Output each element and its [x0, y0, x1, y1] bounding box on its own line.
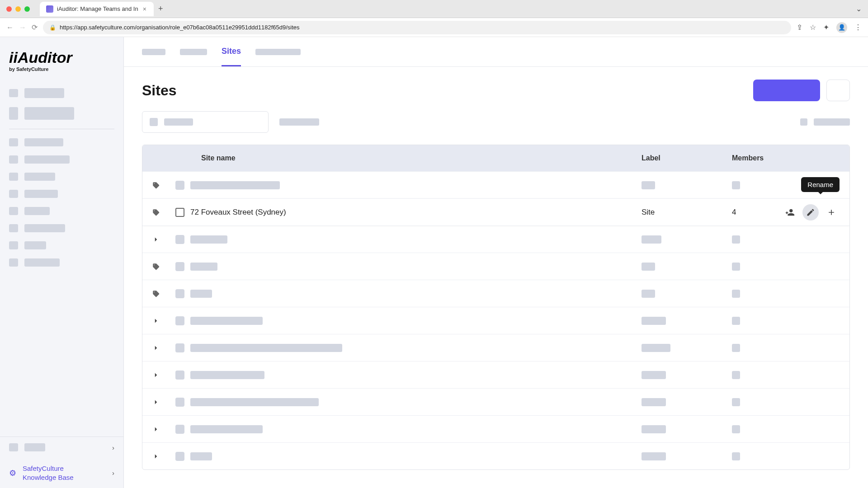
chevron-right-icon[interactable] [142, 344, 170, 352]
sites-table: Site name Label Members 72 Foveaux St [142, 145, 850, 470]
table-header: Site name Label Members [142, 145, 849, 171]
add-button[interactable] [823, 204, 840, 221]
table-row[interactable] [142, 361, 849, 388]
sidebar-footer-item[interactable]: › [0, 437, 123, 458]
divider [9, 129, 114, 129]
chevron-right-icon[interactable] [142, 371, 170, 379]
filter-label[interactable] [814, 118, 850, 126]
table-row[interactable] [142, 171, 849, 198]
tag-icon [142, 181, 170, 189]
content-tab[interactable] [142, 49, 165, 55]
add-member-button[interactable] [782, 204, 798, 221]
filters-row [124, 105, 868, 145]
tabs-menu-chevron[interactable]: ⌄ [856, 5, 862, 13]
browser-window-chrome: iAuditor: Manage Teams and In × + ⌄ [0, 0, 868, 18]
tab-sites[interactable]: Sites [222, 47, 241, 66]
th-label[interactable]: Label [642, 154, 732, 162]
browser-tab[interactable]: iAuditor: Manage Teams and In × [40, 2, 154, 16]
logo-subtext: by SafetyCulture [9, 66, 114, 72]
tab-title: iAuditor: Manage Teams and In [57, 5, 138, 12]
extensions-icon[interactable]: ✦ [823, 23, 829, 32]
bookmark-icon[interactable]: ☆ [810, 23, 816, 32]
sidebar-item[interactable] [5, 103, 118, 124]
address-bar[interactable]: 🔒 https://app.safetyculture.com/organisa… [43, 21, 791, 34]
sidebar-nav [0, 81, 123, 274]
sidebar-item[interactable] [5, 202, 118, 220]
lock-icon: 🔒 [49, 24, 56, 31]
site-label-cell: Site [642, 208, 732, 217]
sidebar-item[interactable] [5, 254, 118, 271]
row-checkbox[interactable] [175, 208, 184, 217]
filter-item[interactable] [279, 118, 319, 126]
filter-icon[interactable] [800, 118, 807, 126]
th-site-name[interactable]: Site name [170, 154, 642, 162]
sidebar: iiAuditor by SafetyCulture › ⚙ S [0, 37, 124, 488]
browser-menu-icon[interactable]: ⋮ [854, 23, 862, 32]
chevron-right-icon: › [112, 444, 114, 451]
sidebar-item[interactable] [5, 134, 118, 151]
kb-label: SafetyCulture Knowledge Base [23, 464, 74, 482]
chevron-right-icon[interactable] [142, 398, 170, 406]
url-text: https://app.safetyculture.com/organisati… [60, 24, 300, 31]
table-row[interactable] [142, 442, 849, 469]
tag-icon [142, 290, 170, 298]
sidebar-footer: › ⚙ SafetyCulture Knowledge Base › [0, 436, 123, 488]
share-icon[interactable]: ⇪ [797, 23, 802, 32]
tab-favicon [46, 5, 53, 13]
maximize-window[interactable] [24, 6, 30, 12]
rename-button[interactable] [802, 204, 819, 221]
table-row[interactable] [142, 280, 849, 307]
browser-toolbar: ← → ⟳ 🔒 https://app.safetyculture.com/or… [0, 18, 868, 37]
gear-icon: ⚙ [9, 468, 16, 478]
page-header: Sites [124, 67, 868, 105]
forward-button[interactable]: → [19, 23, 26, 32]
sidebar-item[interactable] [5, 237, 118, 254]
th-members[interactable]: Members [732, 154, 849, 162]
search-input[interactable] [142, 111, 269, 133]
sidebar-item[interactable] [5, 220, 118, 237]
profile-icon[interactable]: 👤 [836, 22, 847, 33]
table-row[interactable] [142, 388, 849, 415]
primary-action-button[interactable] [753, 80, 820, 101]
row-actions [782, 204, 840, 221]
tag-icon [142, 208, 170, 216]
table-row[interactable] [142, 415, 849, 442]
sidebar-item[interactable] [5, 151, 118, 168]
new-tab-button[interactable]: + [158, 4, 163, 14]
sidebar-item[interactable] [5, 185, 118, 202]
chevron-right-icon: › [112, 469, 114, 477]
back-button[interactable]: ← [6, 23, 14, 32]
minimize-window[interactable] [15, 6, 21, 12]
chevron-right-icon[interactable] [142, 235, 170, 244]
table-row[interactable] [142, 225, 849, 253]
table-row[interactable] [142, 253, 849, 280]
sidebar-item[interactable] [5, 84, 118, 103]
close-window[interactable] [6, 6, 12, 12]
content-tab[interactable] [180, 49, 207, 55]
site-name-cell: 72 Foveaux Street (Sydney) [190, 208, 642, 217]
content-tab[interactable] [255, 49, 301, 55]
traffic-lights [6, 6, 30, 12]
tag-icon [142, 263, 170, 271]
main-content: Sites Sites Si [124, 37, 868, 488]
logo-text: iAuditor [13, 49, 72, 66]
browser-actions: ⇪ ☆ ✦ 👤 ⋮ [797, 22, 862, 33]
page-title: Sites [142, 82, 176, 99]
content-tabs: Sites [124, 37, 868, 67]
sidebar-knowledge-base[interactable]: ⚙ SafetyCulture Knowledge Base › [0, 458, 123, 488]
chevron-right-icon[interactable] [142, 317, 170, 325]
table-row[interactable] [142, 307, 849, 334]
rename-tooltip: Rename [801, 177, 840, 192]
chevron-right-icon[interactable] [142, 452, 170, 460]
reload-button[interactable]: ⟳ [32, 23, 38, 32]
sidebar-item[interactable] [5, 168, 118, 185]
secondary-action-button[interactable] [826, 80, 850, 101]
table-row[interactable] [142, 334, 849, 361]
chevron-right-icon[interactable] [142, 425, 170, 433]
table-row-active[interactable]: 72 Foveaux Street (Sydney) Site 4 Rename [142, 198, 849, 225]
app-logo[interactable]: iiAuditor by SafetyCulture [0, 37, 123, 81]
close-tab-icon[interactable]: × [142, 5, 147, 13]
